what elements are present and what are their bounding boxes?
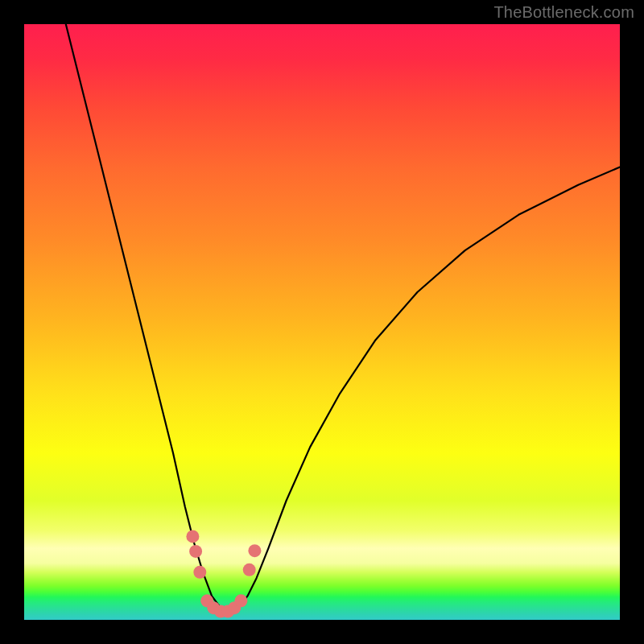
bottleneck-curve <box>66 24 620 614</box>
data-marker <box>243 564 256 576</box>
chart-stage: TheBottleneck.com <box>0 0 644 644</box>
curve-layer <box>24 24 620 620</box>
data-marker <box>248 544 261 557</box>
watermark-text: TheBottleneck.com <box>493 3 634 22</box>
plot-area <box>24 24 620 620</box>
data-marker <box>186 530 199 543</box>
data-marker <box>193 566 206 579</box>
data-marker <box>189 545 202 558</box>
marker-group <box>186 530 261 617</box>
data-marker <box>234 594 247 607</box>
